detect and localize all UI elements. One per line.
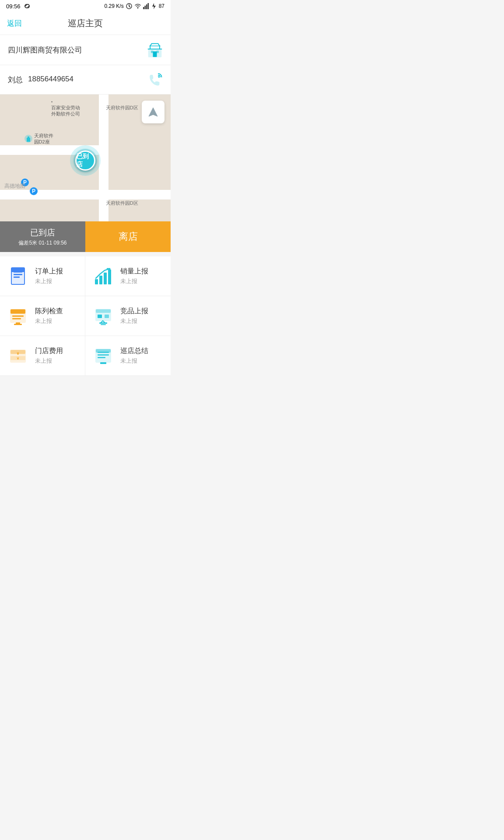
map-container: 天府软件园D区 天府软件园D区 天府软件园D2座 百家安业劳动外勤软件公司 • … — [0, 94, 171, 221]
battery: 87 — [159, 3, 164, 9]
svg-rect-42 — [96, 349, 111, 353]
navigation-icon — [147, 106, 159, 118]
contact-person: 刘总 — [8, 75, 23, 85]
display-status: 未上报 — [35, 317, 63, 325]
func-item-sales[interactable]: 销量上报 未上报 — [85, 256, 171, 296]
display-name: 陈列检查 — [35, 307, 63, 316]
sales-text: 销量上报 未上报 — [120, 267, 148, 285]
phone-icon[interactable] — [148, 72, 163, 87]
competitor-name: 竞品上报 — [120, 307, 148, 316]
leave-button[interactable]: 离店 — [85, 221, 171, 252]
svg-text:¥: ¥ — [17, 351, 19, 356]
map-poi-waiqin: 百家安业劳动外勤软件公司 — [51, 105, 80, 117]
arrived-button[interactable]: 已到店 偏差5米 01-11 09:56 — [0, 221, 85, 252]
marker-arrived: 已到店 — [75, 150, 95, 171]
clock-icon — [126, 3, 133, 10]
func-item-display[interactable]: 陈列检查 未上报 — [0, 296, 85, 336]
svg-rect-25 — [12, 318, 21, 319]
svg-rect-29 — [96, 309, 111, 313]
svg-rect-31 — [105, 315, 109, 318]
svg-rect-11 — [28, 136, 29, 138]
svg-rect-18 — [95, 279, 98, 284]
page-title: 巡店主页 — [68, 18, 103, 29]
cost-icon: ¥ ¥ — [8, 346, 28, 366]
gaode-logo: 高德地图 — [4, 182, 25, 190]
location-marker: 已到店 — [70, 145, 101, 176]
func-item-cost[interactable]: ¥ ¥ 门店费用 未上报 — [0, 336, 85, 376]
summary-text: 巡店总结 未上报 — [120, 346, 148, 365]
svg-rect-30 — [98, 315, 102, 318]
order-name: 订单上报 — [35, 267, 63, 276]
svg-rect-8 — [153, 52, 157, 57]
sales-name: 销量上报 — [120, 267, 148, 276]
back-button[interactable]: 返回 — [7, 18, 22, 28]
map-dot: • — [51, 100, 52, 104]
svg-rect-20 — [104, 273, 107, 284]
svg-rect-5 — [147, 3, 149, 9]
company-section: 四川辉图商贸有限公司 — [0, 35, 171, 65]
status-right: 0.29 K/s 87 — [105, 3, 164, 10]
svg-rect-4 — [146, 4, 147, 9]
map-label-tianfu-d: 天府软件园D区 — [106, 105, 138, 111]
building-icon — [24, 134, 33, 143]
summary-status: 未上报 — [120, 357, 148, 365]
svg-rect-10 — [27, 138, 30, 142]
svg-rect-43 — [100, 362, 106, 364]
competitor-text: 竞品上报 未上报 — [120, 307, 148, 325]
svg-marker-6 — [152, 3, 156, 9]
svg-rect-3 — [144, 6, 146, 9]
svg-rect-16 — [14, 276, 20, 278]
speed: 0.29 K/s — [105, 3, 124, 9]
function-grid: 订单上报 未上报 销量上报 未上报 — [0, 256, 171, 376]
cost-text: 门店费用 未上报 — [35, 346, 63, 365]
svg-rect-27 — [14, 324, 22, 325]
cost-status: 未上报 — [35, 357, 63, 365]
infinity-icon — [23, 3, 32, 9]
svg-rect-40 — [98, 354, 109, 356]
parking-sign-2: P — [30, 187, 38, 195]
order-icon — [8, 266, 28, 286]
func-item-competitor[interactable]: 竞品上报 未上报 — [85, 296, 171, 336]
map-poi-d2: 天府软件园D2座 — [24, 133, 53, 145]
svg-rect-19 — [99, 276, 102, 284]
time: 09:56 — [6, 3, 21, 10]
func-item-order[interactable]: 订单上报 未上报 — [0, 256, 85, 296]
contact-info: 刘总 18856449654 — [8, 75, 74, 85]
wifi-icon — [134, 3, 141, 10]
top-nav: 返回 巡店主页 — [0, 12, 171, 35]
company-name: 四川辉图商贸有限公司 — [8, 45, 82, 55]
action-row: 已到店 偏差5米 01-11 09:56 离店 — [0, 221, 171, 252]
order-status: 未上报 — [35, 277, 63, 285]
contact-phone: 18856449654 — [28, 75, 74, 85]
svg-rect-24 — [12, 315, 24, 317]
store-icon — [147, 42, 163, 58]
signal-icon — [143, 3, 149, 10]
cost-name: 门店费用 — [35, 346, 63, 356]
svg-rect-17 — [11, 268, 24, 272]
svg-text:¥: ¥ — [16, 356, 19, 360]
display-icon — [8, 306, 28, 326]
contact-section: 刘总 18856449654 — [0, 65, 171, 94]
summary-icon — [93, 346, 113, 366]
status-left: 09:56 — [6, 3, 32, 10]
navigate-button[interactable] — [142, 101, 164, 123]
status-bar: 09:56 0.29 K/s 87 — [0, 0, 171, 12]
map-background: 天府软件园D区 天府软件园D区 天府软件园D2座 百家安业劳动外勤软件公司 • … — [0, 94, 171, 221]
func-item-summary[interactable]: 巡店总结 未上报 — [85, 336, 171, 376]
svg-rect-15 — [14, 274, 22, 275]
order-text: 订单上报 未上报 — [35, 267, 63, 285]
arrived-sub-text: 偏差5米 01-11 09:56 — [18, 239, 66, 247]
svg-rect-23 — [10, 309, 25, 314]
svg-rect-41 — [98, 357, 105, 358]
competitor-status: 未上报 — [120, 317, 148, 325]
svg-rect-32 — [99, 322, 107, 324]
sales-status: 未上报 — [120, 277, 148, 285]
display-text: 陈列检查 未上报 — [35, 307, 63, 325]
map-label-tianfu-d2: 天府软件园D区 — [106, 200, 138, 206]
summary-name: 巡店总结 — [120, 346, 148, 356]
svg-point-1 — [137, 8, 138, 9]
charging-icon — [151, 3, 157, 10]
road-horizontal — [0, 190, 171, 200]
competitor-icon — [93, 306, 113, 326]
sales-icon — [93, 266, 113, 286]
